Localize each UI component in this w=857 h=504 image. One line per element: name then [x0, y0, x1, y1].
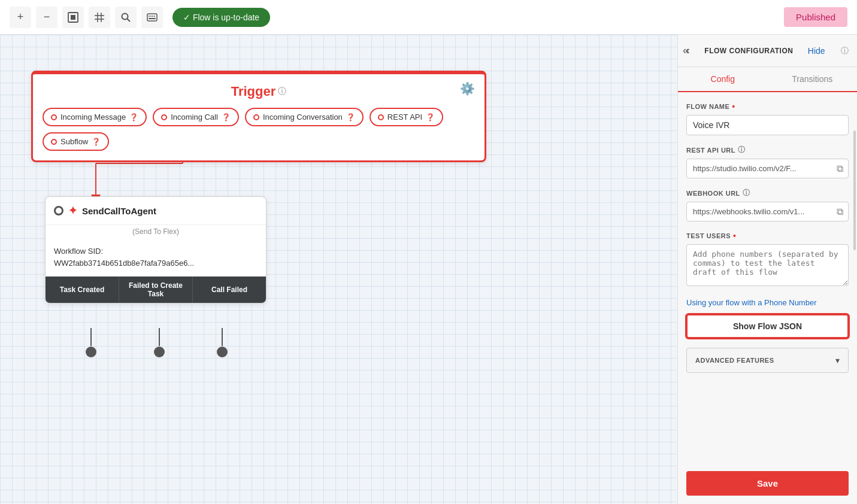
tab-transitions[interactable]: Transitions: [768, 67, 858, 91]
grid-button[interactable]: [89, 7, 110, 28]
rest-api-dot: [378, 114, 384, 120]
svg-point-27: [217, 347, 228, 357]
incoming-conversation-dot: [253, 114, 259, 120]
trigger-tab-incoming-call[interactable]: Incoming Call ❓: [153, 108, 239, 126]
panel-title: FLOW CONFIGURATION: [704, 47, 793, 55]
webhook-url-input[interactable]: [687, 202, 832, 221]
flow-status-button[interactable]: ✓ Flow is up-to-date: [172, 8, 270, 27]
incoming-conversation-question: ❓: [346, 113, 355, 122]
phone-number-link[interactable]: Using your flow with a Phone Number: [686, 298, 849, 307]
main-area: Trigger ⓘ ⚙️ Incoming Message ❓ Incoming…: [0, 35, 857, 504]
incoming-message-question: ❓: [129, 113, 138, 122]
trigger-title: Trigger: [231, 84, 276, 99]
agent-body: Workflow SID: WW2fabb3714b651db8e7fafa79…: [46, 238, 266, 276]
task-created-button[interactable]: Task Created: [46, 277, 119, 303]
agent-block: ✦ SendCallToAgent (Send To Flex) Workflo…: [45, 196, 267, 303]
save-button[interactable]: Save: [686, 471, 849, 496]
tab-config[interactable]: Config: [678, 67, 768, 92]
agent-subtitle: (Send To Flex): [46, 225, 266, 238]
workflow-value: WW2fabb3714b651db8e7fafa79a65e6...: [54, 259, 194, 268]
webhook-url-question: ⓘ: [743, 188, 750, 198]
panel-content: FLOW NAME • REST API URL ⓘ ⧉ WEBHOOK URL…: [678, 92, 857, 471]
zoom-out-button[interactable]: −: [36, 7, 57, 28]
trigger-tabs: Incoming Message ❓ Incoming Call ❓ Incom…: [43, 108, 475, 151]
rest-api-url-label: REST API URL ⓘ: [686, 145, 849, 155]
trigger-header: Trigger ⓘ ⚙️: [43, 84, 475, 99]
trigger-tab-subflow[interactable]: Subflow ❓: [43, 132, 109, 151]
trigger-question-icon: ⓘ: [278, 86, 286, 97]
fit-button[interactable]: [62, 7, 84, 28]
webhook-url-copy-button[interactable]: ⧉: [832, 203, 848, 221]
right-panel: ‹ FLOW CONFIGURATION Hide ⓘ « Config Tra…: [677, 35, 857, 504]
webhook-url-wrapper: ⧉: [686, 202, 849, 221]
flow-name-required: •: [732, 102, 735, 111]
test-users-input[interactable]: [686, 244, 849, 286]
advanced-features-section[interactable]: ADVANCED FEATURES ▾: [686, 348, 849, 373]
failed-to-create-task-button[interactable]: Failed to Create Task: [119, 277, 193, 303]
keyboard-button[interactable]: [141, 7, 163, 28]
rest-api-label: REST API: [387, 113, 422, 122]
incoming-message-dot: [51, 114, 57, 120]
svg-rect-1: [71, 15, 75, 20]
advanced-features-chevron: ▾: [835, 356, 840, 365]
toolbar: + − ✓ Flow is up-to-date Published: [0, 0, 857, 35]
svg-point-25: [154, 347, 165, 357]
trigger-gear-button[interactable]: ⚙️: [460, 81, 475, 96]
flow-name-input[interactable]: [686, 115, 849, 135]
incoming-call-question: ❓: [222, 113, 231, 122]
test-users-label: TEST USERS •: [686, 231, 849, 241]
agent-block-header: ✦ SendCallToAgent: [46, 197, 266, 225]
published-button[interactable]: Published: [784, 7, 847, 27]
zoom-in-button[interactable]: +: [10, 7, 31, 28]
incoming-call-label: Incoming Call: [171, 113, 218, 122]
svg-point-23: [86, 347, 96, 357]
panel-tabs: Config Transitions: [678, 67, 857, 92]
trigger-tab-incoming-conversation[interactable]: Incoming Conversation ❓: [245, 108, 364, 126]
trigger-block: Trigger ⓘ ⚙️ Incoming Message ❓ Incoming…: [31, 71, 486, 162]
rest-api-url-input[interactable]: [687, 159, 832, 178]
rest-api-url-question: ⓘ: [738, 145, 746, 155]
panel-hide-button[interactable]: Hide: [808, 46, 825, 56]
call-failed-button[interactable]: Call Failed: [193, 277, 266, 303]
subflow-dot: [51, 139, 57, 145]
rest-api-url-wrapper: ⧉: [686, 159, 849, 178]
workflow-label: Workflow SID:: [54, 247, 103, 256]
panel-header: ‹ FLOW CONFIGURATION Hide ⓘ: [678, 35, 857, 67]
agent-workflow-text: Workflow SID: WW2fabb3714b651db8e7fafa79…: [54, 245, 258, 269]
agent-title: SendCallToAgent: [82, 206, 156, 216]
trigger-tab-rest-api[interactable]: REST API ❓: [370, 108, 443, 126]
incoming-call-dot: [161, 114, 167, 120]
rest-api-question: ❓: [426, 113, 435, 122]
flow-name-label: FLOW NAME •: [686, 102, 849, 111]
incoming-message-label: Incoming Message: [60, 113, 126, 122]
webhook-url-label: WEBHOOK URL ⓘ: [686, 188, 849, 198]
rest-api-url-copy-button[interactable]: ⧉: [832, 160, 848, 178]
trigger-tab-incoming-message[interactable]: Incoming Message ❓: [43, 108, 147, 126]
subflow-question: ❓: [92, 138, 101, 146]
panel-question-icon: ⓘ: [841, 45, 849, 56]
show-json-button[interactable]: Show Flow JSON: [686, 314, 849, 338]
agent-status-dot: [54, 206, 63, 215]
search-button[interactable]: [115, 7, 137, 28]
test-users-required: •: [733, 231, 736, 241]
agent-footer: Task Created Failed to Create Task Call …: [46, 276, 266, 303]
svg-point-6: [122, 13, 128, 19]
panel-scrollbar: [853, 130, 856, 250]
panel-collapse-button[interactable]: «: [683, 44, 689, 57]
agent-logo: ✦: [68, 204, 77, 217]
subflow-label: Subflow: [60, 137, 88, 146]
svg-line-7: [128, 19, 131, 22]
canvas[interactable]: Trigger ⓘ ⚙️ Incoming Message ❓ Incoming…: [0, 35, 677, 504]
advanced-features-label: ADVANCED FEATURES: [695, 357, 774, 364]
incoming-conversation-label: Incoming Conversation: [263, 113, 343, 122]
svg-rect-8: [147, 14, 157, 21]
